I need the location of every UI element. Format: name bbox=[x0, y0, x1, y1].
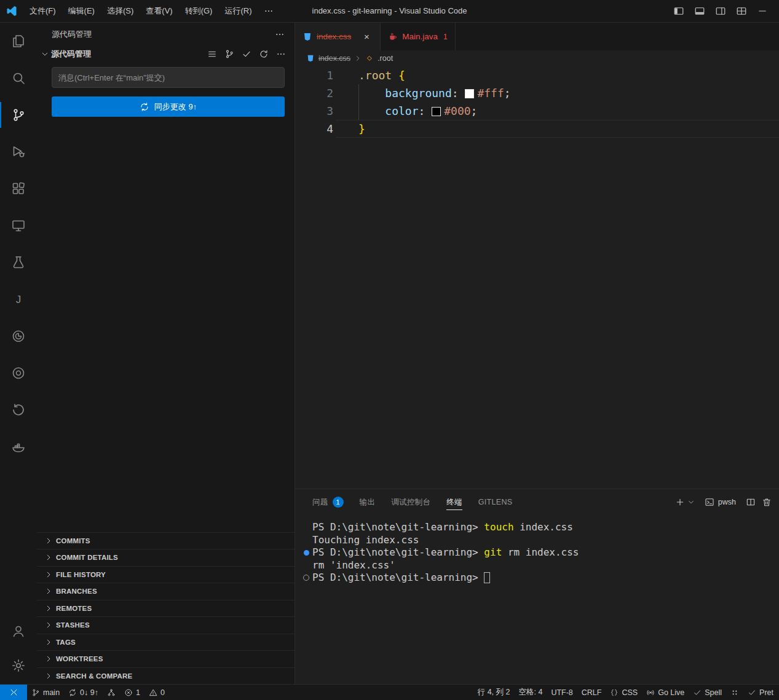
panel-tab-label: 问题 bbox=[312, 497, 328, 508]
new-terminal-button[interactable] bbox=[675, 497, 685, 507]
menu-item[interactable]: 选择(S) bbox=[101, 3, 140, 19]
source-control-graph-item[interactable] bbox=[103, 685, 120, 700]
sidebar-header: 源代码管理 bbox=[37, 23, 295, 46]
chevron-right-icon bbox=[44, 604, 53, 613]
branch-item[interactable]: main bbox=[27, 685, 64, 700]
kill-terminal-button[interactable] bbox=[762, 497, 772, 507]
section-worktrees[interactable]: WORKTREES bbox=[37, 650, 295, 667]
section-remotes[interactable]: REMOTES bbox=[37, 600, 295, 617]
extension-item[interactable] bbox=[726, 685, 743, 700]
section-tags[interactable]: TAGS bbox=[37, 634, 295, 651]
activity-settings[interactable] bbox=[0, 648, 37, 683]
toggle-secondary-sidebar-button[interactable] bbox=[713, 3, 729, 19]
code-editor[interactable]: 1.root {2 background: #fff;3 color: #000… bbox=[295, 66, 779, 489]
layout-sidebar-icon bbox=[673, 6, 684, 17]
color-swatch[interactable] bbox=[465, 89, 474, 98]
status-label: CSS bbox=[622, 688, 638, 697]
section-commit-details[interactable]: COMMIT DETAILS bbox=[37, 549, 295, 566]
sidebar-more-actions-icon[interactable] bbox=[275, 29, 285, 39]
activity-search[interactable] bbox=[0, 60, 37, 96]
breadcrumb-symbol[interactable]: .root bbox=[378, 54, 393, 63]
section-stashes[interactable]: STASHES bbox=[37, 616, 295, 634]
customize-layout-button[interactable] bbox=[734, 3, 749, 19]
activity-source-control[interactable] bbox=[0, 96, 37, 133]
minimize-button[interactable] bbox=[754, 3, 770, 19]
window-controls bbox=[671, 3, 779, 19]
activity-explorer[interactable] bbox=[0, 23, 37, 60]
toggle-panel-button[interactable] bbox=[692, 3, 708, 19]
section-search-compare[interactable]: SEARCH & COMPARE bbox=[37, 667, 295, 685]
indentation-item[interactable]: 空格: 4 bbox=[514, 685, 547, 700]
tab-index-css[interactable]: index.css× bbox=[295, 23, 381, 50]
tab-main-java[interactable]: Main.java1 bbox=[381, 23, 455, 50]
tab-problems[interactable]: 问题1 bbox=[312, 489, 344, 515]
activity-remote-explorer[interactable] bbox=[0, 207, 37, 244]
commit-button[interactable] bbox=[242, 49, 251, 59]
remote-indicator[interactable] bbox=[0, 685, 27, 700]
section-label: TAGS bbox=[56, 639, 76, 646]
menu-item[interactable]: 转到(G) bbox=[179, 3, 219, 19]
breadcrumb-file[interactable]: index.css bbox=[318, 54, 350, 63]
tab-terminal[interactable]: 终端 bbox=[446, 489, 462, 515]
css-file-icon bbox=[303, 32, 312, 42]
commit-message-input[interactable] bbox=[52, 67, 285, 88]
chevron-right-icon bbox=[44, 672, 53, 680]
activity-testing[interactable] bbox=[0, 244, 37, 281]
chevron-down-icon bbox=[41, 50, 49, 58]
menu-item[interactable]: 查看(V) bbox=[140, 3, 178, 19]
view-as-list-button[interactable] bbox=[207, 49, 217, 59]
activity-containers[interactable] bbox=[0, 428, 37, 465]
toggle-sidebar-button[interactable] bbox=[671, 3, 687, 19]
errors-item[interactable]: 1 bbox=[120, 685, 144, 700]
go-live-item[interactable]: Go Live bbox=[642, 685, 689, 700]
section-file-history[interactable]: FILE HISTORY bbox=[37, 566, 295, 583]
activity-run-debug[interactable] bbox=[0, 133, 37, 170]
minimize-icon bbox=[757, 6, 768, 17]
sync-item[interactable]: 0↓ 9↑ bbox=[64, 685, 103, 700]
terminal-cursor bbox=[484, 572, 490, 583]
section-label: COMMITS bbox=[56, 537, 90, 545]
menu-item[interactable]: 编辑(E) bbox=[62, 3, 101, 19]
activity-extensions[interactable] bbox=[0, 170, 37, 207]
encoding-item[interactable]: UTF-8 bbox=[547, 685, 577, 700]
tab-gitlens[interactable]: GITLENS bbox=[478, 489, 513, 515]
activity-accounts[interactable] bbox=[0, 614, 37, 648]
terminal-line: rm 'index.css' bbox=[300, 559, 779, 572]
activity-target-tool[interactable] bbox=[0, 355, 37, 391]
color-swatch[interactable] bbox=[432, 107, 441, 116]
language-item[interactable]: CSS bbox=[606, 685, 642, 700]
terminal-profile[interactable]: pwsh bbox=[701, 497, 740, 507]
eol-item[interactable]: CRLF bbox=[577, 685, 606, 700]
split-terminal-button[interactable] bbox=[746, 497, 756, 507]
scm-section-header[interactable]: 源代码管理 bbox=[37, 46, 295, 62]
warnings-item[interactable]: 0 bbox=[144, 685, 169, 700]
sync-button-label: 同步更改 9↑ bbox=[154, 101, 197, 112]
activity-java[interactable]: J bbox=[0, 281, 37, 318]
terminal-profile-dropdown[interactable] bbox=[687, 498, 695, 506]
section-branches[interactable]: BRANCHES bbox=[37, 583, 295, 600]
activity-circle-tool[interactable] bbox=[0, 318, 37, 355]
terminal-text: PS D:\git\note\git-learning> bbox=[312, 572, 484, 584]
section-commits[interactable]: COMMITS bbox=[37, 532, 295, 549]
close-icon[interactable]: × bbox=[360, 31, 373, 43]
menu-item[interactable]: 运行(R) bbox=[218, 3, 258, 19]
commit-graph-button[interactable] bbox=[224, 49, 234, 59]
window-title: index.css - git-learning - Visual Studio… bbox=[312, 6, 467, 15]
sync-changes-button[interactable]: 同步更改 9↑ bbox=[52, 96, 285, 117]
spell-item[interactable]: Spell bbox=[689, 685, 726, 700]
breadcrumb[interactable]: index.css .root bbox=[295, 50, 779, 66]
menu-item[interactable]: 文件(F) bbox=[23, 3, 62, 19]
prettier-item[interactable]: Pret bbox=[743, 685, 778, 700]
activity-history-tool[interactable] bbox=[0, 391, 37, 428]
circle-logo-icon bbox=[11, 329, 26, 344]
tab-output[interactable]: 输出 bbox=[360, 489, 376, 515]
terminal[interactable]: PS D:\git\note\git-learning> touch index… bbox=[295, 515, 779, 684]
menu-overflow-button[interactable] bbox=[258, 6, 280, 16]
cursor-position-item[interactable]: 行 4, 列 2 bbox=[473, 685, 515, 700]
layout-panel-icon bbox=[694, 6, 705, 17]
activity-top: J bbox=[0, 23, 37, 465]
tab-label: Main.java bbox=[402, 32, 438, 41]
refresh-button[interactable] bbox=[259, 49, 269, 59]
more-actions-button[interactable] bbox=[276, 49, 286, 59]
tab-debug-console[interactable]: 调试控制台 bbox=[391, 489, 430, 515]
